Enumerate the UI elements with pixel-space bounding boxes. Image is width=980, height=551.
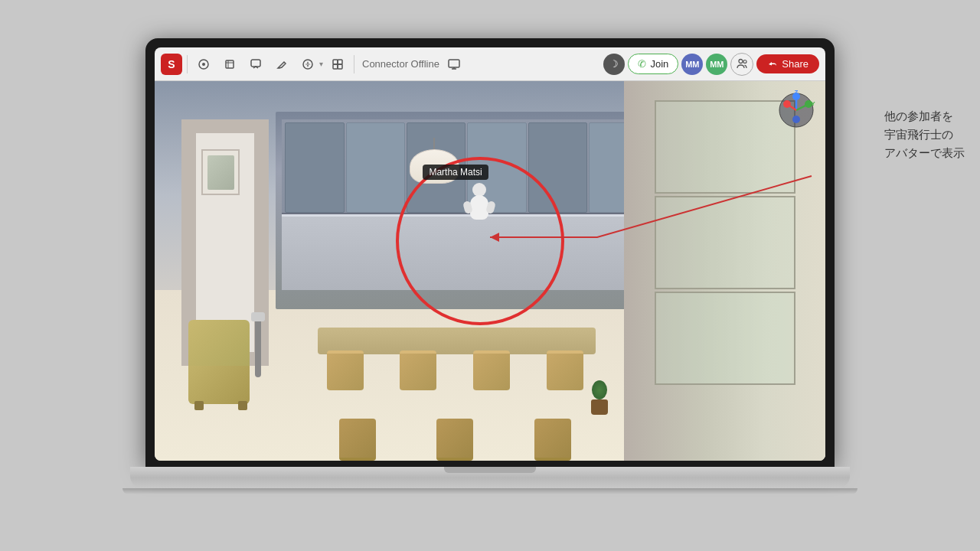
svg-point-15 (743, 60, 746, 64)
chair-left (188, 320, 253, 404)
right-wall (624, 81, 825, 461)
laptop: S (145, 38, 835, 513)
svg-point-24 (783, 100, 791, 108)
connector-status: Connector Offline (362, 58, 439, 70)
compass-tool-button[interactable] (296, 53, 319, 76)
layers-tool-button[interactable] (326, 53, 349, 76)
plant-pot (588, 380, 611, 415)
annotation-line3: アバターで表示 (884, 144, 965, 162)
svg-rect-9 (333, 64, 338, 69)
svg-rect-11 (449, 60, 459, 67)
svg-point-14 (739, 60, 743, 64)
annotation-text-block: 他の参加者を 宇宙飛行士の アバターで表示 (884, 107, 965, 162)
separator-1 (187, 55, 188, 73)
pen-tool-button[interactable] (270, 53, 293, 76)
separator-2 (354, 55, 354, 73)
dark-mode-button[interactable]: ☽ (603, 54, 625, 75)
svg-rect-5 (251, 60, 260, 67)
moon-icon: ☽ (609, 58, 619, 70)
page-wrapper: S (0, 0, 980, 551)
comment-tool-button[interactable] (244, 53, 267, 76)
join-button[interactable]: ✆ Join (628, 54, 678, 74)
select-tool-button[interactable] (192, 53, 215, 76)
axis-widget[interactable]: Z Y (773, 87, 819, 133)
app-logo[interactable]: S (161, 54, 182, 75)
svg-point-25 (792, 116, 800, 123)
annotation-line1: 他の参加者を (884, 107, 965, 126)
crop-tool-button[interactable] (218, 53, 241, 76)
svg-rect-2 (226, 60, 234, 68)
svg-rect-7 (333, 60, 338, 64)
compass-dropdown[interactable]: ▾ (319, 60, 323, 68)
avatar-mm1[interactable]: MM (681, 54, 703, 75)
screen-bezel: S (145, 38, 835, 467)
svg-text:Z: Z (795, 89, 799, 96)
toolbar: S (155, 47, 825, 81)
svg-point-1 (202, 63, 205, 66)
svg-rect-8 (338, 60, 342, 64)
dining-table-group (302, 328, 611, 461)
people-button[interactable] (730, 53, 753, 76)
svg-rect-10 (338, 64, 342, 69)
wall-picture (201, 149, 240, 195)
phone-icon: ✆ (638, 58, 646, 70)
highlight-circle (396, 157, 564, 325)
floor-lamp (255, 316, 261, 377)
laptop-base (130, 467, 850, 488)
avatar-name-label: Martha Matsi (423, 165, 488, 180)
share-button[interactable]: Share (756, 54, 819, 73)
viewport[interactable]: Martha Matsi Z (155, 81, 825, 461)
svg-text:Y: Y (811, 100, 815, 107)
screen: S (155, 47, 825, 461)
laptop-base-shadow (122, 488, 858, 494)
monitor-button[interactable] (443, 53, 466, 76)
annotation-line2: 宇宙飛行士の (884, 126, 965, 144)
avatar-mm2[interactable]: MM (706, 54, 727, 75)
